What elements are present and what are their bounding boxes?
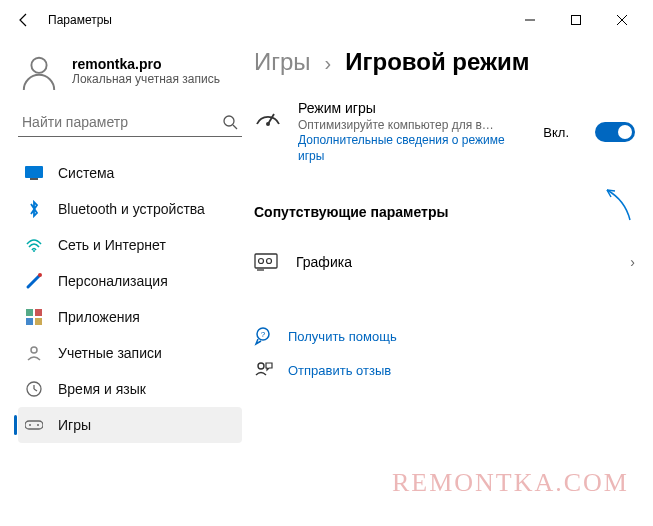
feedback-link[interactable]: Отправить отзыв [254,360,635,380]
help-label: Получить помощь [288,329,397,344]
sidebar: remontka.pro Локальная учетная запись Си… [18,40,242,443]
nav-label: Сеть и Интернет [58,237,166,253]
svg-text:?: ? [261,330,266,339]
gamemode-learn-more-link[interactable]: Дополнительные сведения о режиме игры [298,132,527,164]
window-title: Параметры [48,13,112,27]
nav-time[interactable]: Время и язык [18,371,242,407]
gamemode-toggle[interactable] [595,122,635,142]
svg-point-31 [258,363,264,369]
gamemode-desc: Оптимизируйте компьютер для во... [298,118,498,132]
nav-list: Система Bluetooth и устройства Сеть и Ин… [18,155,242,443]
page-title: Игровой режим [345,48,529,76]
window-controls [507,4,645,36]
nav-label: Персонализация [58,273,168,289]
related-graphics[interactable]: Графика › [254,238,635,286]
chevron-right-icon: › [325,52,332,75]
svg-line-10 [28,276,39,287]
maximize-button[interactable] [553,4,599,36]
svg-rect-15 [35,318,42,325]
minimize-button[interactable] [507,4,553,36]
get-help-link[interactable]: ? Получить помощь [254,326,635,346]
nav-label: Учетные записи [58,345,162,361]
breadcrumb-parent[interactable]: Игры [254,48,311,76]
svg-rect-1 [572,16,581,25]
back-arrow-icon [17,13,31,27]
nav-gaming[interactable]: Игры [18,407,242,443]
back-button[interactable] [8,4,40,36]
accounts-icon [24,343,44,363]
nav-label: Игры [58,417,91,433]
nav-network[interactable]: Сеть и Интернет [18,227,242,263]
gauge-icon [254,104,282,132]
feedback-icon [254,360,274,380]
nav-label: Приложения [58,309,140,325]
nav-bluetooth[interactable]: Bluetooth и устройства [18,191,242,227]
nav-label: Bluetooth и устройства [58,201,205,217]
breadcrumb: Игры › Игровой режим [254,48,635,76]
svg-point-11 [38,273,42,277]
avatar-icon [20,52,58,90]
personalization-icon [24,271,44,291]
nav-apps[interactable]: Приложения [18,299,242,335]
account-block[interactable]: remontka.pro Локальная учетная запись [18,40,242,108]
account-desc: Локальная учетная запись [72,72,220,86]
svg-point-22 [37,424,39,426]
system-icon [24,163,44,183]
search-icon [222,114,238,130]
bluetooth-icon [24,199,44,219]
related-heading: Сопутствующие параметры [254,204,635,220]
svg-point-16 [31,347,37,353]
related-label: Графика [296,254,630,270]
graphics-icon [254,252,278,272]
network-icon [24,235,44,255]
main-panel: Игры › Игровой режим Режим игры Оптимизи… [242,40,635,443]
svg-rect-12 [26,309,33,316]
nav-system[interactable]: Система [18,155,242,191]
feedback-label: Отправить отзыв [288,363,391,378]
search-input[interactable] [22,114,222,130]
nav-label: Время и язык [58,381,146,397]
search-box[interactable] [18,108,242,137]
close-button[interactable] [599,4,645,36]
svg-point-27 [267,259,272,264]
titlebar: Параметры [0,0,653,40]
svg-point-9 [33,250,35,252]
svg-rect-8 [30,178,38,180]
svg-rect-7 [25,166,43,178]
watermark: REMONTKA.COM [392,468,629,498]
time-icon [24,379,44,399]
svg-rect-14 [26,318,33,325]
gaming-icon [24,415,44,435]
toggle-label: Вкл. [543,125,569,140]
apps-icon [24,307,44,327]
svg-point-4 [31,58,46,73]
svg-rect-13 [35,309,42,316]
svg-line-19 [34,389,37,391]
nav-label: Система [58,165,114,181]
gamemode-title: Режим игры [298,100,527,116]
nav-personalization[interactable]: Персонализация [18,263,242,299]
svg-point-21 [29,424,31,426]
help-icon: ? [254,326,274,346]
svg-rect-20 [25,421,43,429]
account-name: remontka.pro [72,56,220,72]
svg-point-5 [224,116,234,126]
svg-point-26 [259,259,264,264]
svg-point-24 [266,122,270,126]
nav-accounts[interactable]: Учетные записи [18,335,242,371]
svg-line-6 [233,125,237,129]
gamemode-row: Режим игры Оптимизируйте компьютер для в… [254,100,635,164]
chevron-right-icon: › [630,254,635,270]
